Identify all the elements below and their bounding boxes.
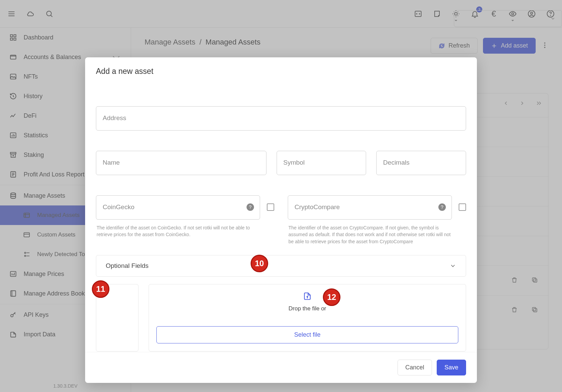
upload-file-icon [303,292,312,301]
coingecko-help-icon[interactable]: ? [247,203,254,211]
annotation-marker-11: 11 [92,280,109,298]
address-field-wrapper: Address [96,106,466,131]
modal-body: Address Name Symbol Decimals [85,79,477,352]
annotation-marker-10: 10 [251,255,268,272]
dropzone-text: Drop the file or [288,305,326,312]
cancel-button[interactable]: Cancel [398,360,432,375]
modal-footer: Cancel Save [85,352,477,383]
decimals-input[interactable] [376,151,466,175]
cryptocompare-hint: The identifier of the asset on CryptoCom… [288,224,452,245]
cryptocompare-group: CryptoCompare ? The identifier of the as… [288,195,466,245]
decimals-field-wrapper: Decimals [376,151,466,175]
coingecko-checkbox[interactable] [267,203,274,211]
add-asset-modal: Add a new asset Address Name Symbol Deci… [85,57,477,383]
coingecko-input[interactable] [96,195,260,220]
symbol-input[interactable] [277,151,366,175]
modal-overlay[interactable]: Add a new asset Address Name Symbol Deci… [0,0,562,392]
name-field-wrapper: Name [96,151,266,175]
address-input[interactable] [96,106,466,131]
symbol-field-wrapper: Symbol [277,151,366,175]
accordion-label: Optional Fields [106,262,149,270]
save-button[interactable]: Save [437,360,466,375]
modal-title: Add a new asset [85,57,477,79]
select-file-button[interactable]: Select file [156,326,458,343]
chevron-down-icon [450,262,456,269]
cryptocompare-input[interactable] [288,195,452,220]
file-dropzone[interactable]: Drop the file or Select file [149,284,466,352]
optional-fields-accordion[interactable]: Optional Fields [96,255,466,277]
annotation-marker-12: 12 [323,288,340,306]
coingecko-hint: The identifier of the asset on CoinGecko… [97,224,260,238]
name-input[interactable] [96,151,266,175]
coingecko-group: CoinGecko ? The identifier of the asset … [96,195,274,245]
cryptocompare-checkbox[interactable] [459,203,466,211]
cryptocompare-help-icon[interactable]: ? [438,203,446,211]
